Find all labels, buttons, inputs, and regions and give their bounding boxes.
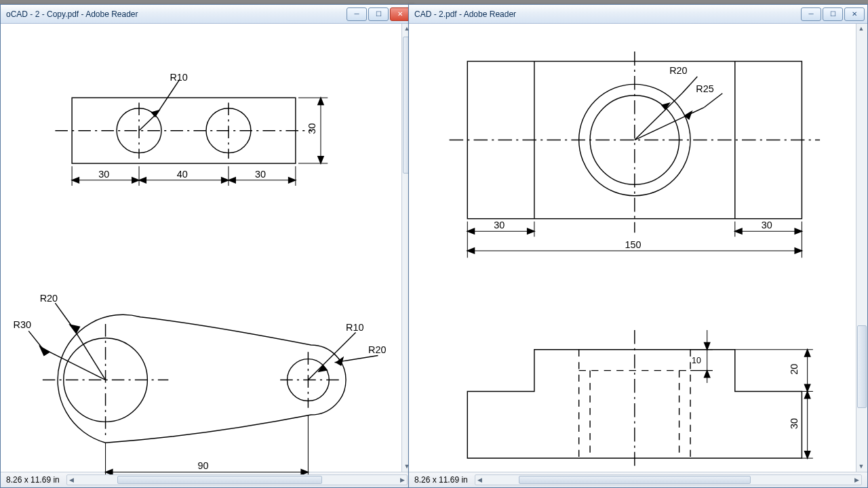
scroll-left-icon[interactable]: ◀: [475, 476, 485, 483]
maximize-button[interactable]: ☐: [823, 7, 843, 21]
close-button[interactable]: ✕: [844, 7, 865, 21]
label-r30: R30: [14, 319, 31, 330]
label-d10: 10: [692, 356, 701, 365]
scroll-left-icon[interactable]: ◀: [67, 476, 77, 483]
label-r20a: R20: [40, 293, 58, 304]
window-right: CAD - 2.pdf - Adobe Reader ─ ☐ ✕: [408, 4, 868, 488]
svg-line-40: [682, 77, 698, 94]
label-r25: R25: [696, 83, 713, 94]
cad-drawing-left: R10 30 30 40 30 R20 R30 R10 R20 90: [1, 24, 413, 485]
horizontal-scrollbar[interactable]: ◀ ▶: [66, 474, 408, 485]
scroll-thumb[interactable]: [117, 476, 322, 484]
svg-line-39: [635, 94, 682, 140]
label-d30b: 30: [98, 169, 109, 180]
label-r20: R20: [669, 65, 687, 76]
svg-line-42: [705, 94, 723, 108]
minimize-button[interactable]: ─: [801, 7, 821, 21]
window-left: oCAD - 2 - Copy.pdf - Adobe Reader ─ ☐ ✕: [0, 4, 414, 488]
label-r20b: R20: [368, 344, 386, 355]
label-d30a: 30: [307, 123, 317, 134]
horizontal-scrollbar[interactable]: ◀ ▶: [475, 474, 862, 485]
minimize-button[interactable]: ─: [347, 7, 367, 21]
title-text: oCAD - 2 - Copy.pdf - Adobe Reader: [6, 9, 347, 19]
label-d30b: 30: [762, 220, 772, 230]
title-text: CAD - 2.pdf - Adobe Reader: [414, 9, 801, 19]
scroll-thumb[interactable]: [519, 476, 751, 484]
scroll-right-icon[interactable]: ▶: [852, 476, 861, 483]
svg-line-27: [336, 332, 356, 352]
label-r10b: R10: [346, 322, 363, 333]
svg-line-7: [157, 79, 180, 113]
titlebar-left[interactable]: oCAD - 2 - Copy.pdf - Adobe Reader ─ ☐ ✕: [1, 5, 413, 24]
label-r10: R10: [170, 73, 187, 83]
label-d30a: 30: [494, 220, 505, 230]
label-d40: 40: [177, 169, 188, 180]
titlebar-right[interactable]: CAD - 2.pdf - Adobe Reader ─ ☐ ✕: [409, 5, 867, 24]
scroll-down-icon[interactable]: ▼: [856, 462, 866, 472]
maximize-button[interactable]: ☐: [368, 7, 389, 21]
document-body-right: R20 R25 30 30 150 10 20 30 ▲ ▼: [409, 24, 867, 472]
scroll-right-icon[interactable]: ▶: [397, 476, 407, 483]
svg-line-25: [28, 331, 43, 348]
scroll-thumb[interactable]: [857, 325, 867, 408]
document-body-left: R10 30 30 40 30 R20 R30 R10 R20 90 ▲ ▼: [1, 24, 413, 472]
cad-drawing-right: R20 R25 30 30 150 10 20 30: [409, 24, 867, 483]
scroll-up-icon[interactable]: ▲: [856, 24, 866, 34]
label-d150: 150: [625, 239, 641, 250]
close-button[interactable]: ✕: [390, 7, 410, 21]
statusbar-right: 8.26 x 11.69 in ◀ ▶: [409, 472, 867, 487]
label-d30c: 30: [789, 418, 800, 429]
label-d20: 20: [789, 364, 800, 375]
label-d90: 90: [198, 460, 209, 471]
label-d30c: 30: [255, 169, 266, 180]
vertical-scrollbar[interactable]: ▲ ▼: [856, 24, 867, 472]
